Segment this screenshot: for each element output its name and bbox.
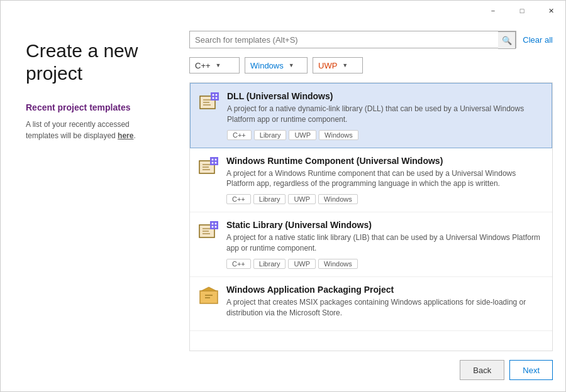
svg-point-14 <box>212 158 214 160</box>
template-desc-staticlib: A project for a native static link libra… <box>226 232 543 254</box>
template-content-wapp: Windows Application Packaging Project A … <box>226 285 543 324</box>
projecttype-filter[interactable]: UWP ▼ <box>313 57 363 74</box>
svg-point-17 <box>215 161 217 163</box>
svg-point-6 <box>216 94 218 96</box>
recent-templates-desc: A list of your recently accessed templat… <box>26 119 164 141</box>
svg-point-24 <box>215 223 217 225</box>
svg-point-7 <box>213 97 214 99</box>
svg-rect-21 <box>203 233 210 234</box>
bottom-bar: Back Next <box>189 351 553 380</box>
platform-filter-label: Windows <box>250 61 284 70</box>
projecttype-filter-arrow: ▼ <box>342 62 348 68</box>
minimize-button[interactable]: − <box>479 1 508 21</box>
platform-filter-arrow: ▼ <box>289 62 294 68</box>
language-filter-arrow: ▼ <box>216 62 221 68</box>
template-tags-wrc: C++ Library UWP Windows <box>226 194 543 204</box>
svg-rect-11 <box>203 166 209 168</box>
template-title-staticlib: Static Library (Universal Windows) <box>226 220 543 230</box>
recent-desc-end: . <box>133 131 135 140</box>
svg-rect-29 <box>205 295 213 296</box>
svg-point-5 <box>213 94 214 96</box>
tag-library-wrc: Library <box>253 194 286 204</box>
svg-rect-3 <box>203 104 211 106</box>
tag-uwp-sl: UWP <box>288 259 316 269</box>
recent-desc-text1: A list of your recently accessed templat… <box>26 120 130 140</box>
template-icon-wrc <box>199 157 219 177</box>
platform-filter[interactable]: Windows ▼ <box>245 57 308 74</box>
search-container: 🔍 <box>189 31 516 48</box>
template-content-staticlib: Static Library (Universal Windows) A pro… <box>226 220 543 269</box>
svg-marker-28 <box>201 287 216 291</box>
close-button[interactable]: ✕ <box>536 1 565 21</box>
template-tags-staticlib: C++ Library UWP Windows <box>226 259 543 269</box>
template-title-wrc: Windows Runtime Component (Universal Win… <box>226 156 543 166</box>
projecttype-filter-label: UWP <box>318 61 337 70</box>
svg-rect-20 <box>203 231 209 232</box>
page-title: Create a new project <box>26 40 164 85</box>
back-button[interactable]: Back <box>460 360 504 380</box>
template-content-wrc: Windows Runtime Component (Universal Win… <box>226 156 543 205</box>
search-row: 🔍 Clear all <box>189 31 553 48</box>
template-title-wapp: Windows Application Packaging Project <box>226 285 543 295</box>
template-icon-staticlib <box>199 221 219 241</box>
tag-cpp-sl: C++ <box>226 259 251 269</box>
template-desc-wrc: A project for a Windows Runtime componen… <box>226 168 543 190</box>
svg-point-23 <box>212 223 214 225</box>
language-filter-label: C++ <box>195 61 211 70</box>
svg-rect-4 <box>211 92 219 101</box>
search-input[interactable] <box>190 31 498 48</box>
svg-rect-12 <box>203 169 210 170</box>
template-title-dll: DLL (Universal Windows) <box>227 91 543 101</box>
template-item-wapp[interactable]: Windows Application Packaging Project A … <box>190 277 552 332</box>
template-desc-dll: A project for a native dynamic-link libr… <box>227 104 543 125</box>
search-icon: 🔍 <box>502 36 512 45</box>
recent-templates-label: Recent project templates <box>26 102 164 112</box>
clear-all-button[interactable]: Clear all <box>523 35 553 45</box>
svg-rect-2 <box>203 102 209 103</box>
tag-uwp-wrc: UWP <box>288 194 316 204</box>
tag-uwp: UWP <box>289 130 316 140</box>
template-item-staticlib[interactable]: Static Library (Universal Windows) A pro… <box>190 212 552 277</box>
tag-library-sl: Library <box>253 259 286 269</box>
tag-cpp: C++ <box>227 130 252 140</box>
svg-rect-1 <box>203 99 212 101</box>
template-desc-wapp: A project that creates MSIX packages con… <box>226 297 543 318</box>
tag-windows-sl: Windows <box>318 259 358 269</box>
svg-rect-30 <box>205 297 210 298</box>
recent-desc-here[interactable]: here <box>118 131 133 140</box>
svg-point-8 <box>216 97 218 99</box>
main-layout: Create a new project Recent project temp… <box>1 21 565 392</box>
svg-rect-13 <box>210 157 218 165</box>
template-tags-dll: C++ Library UWP Windows <box>227 130 543 140</box>
right-panel: 🔍 Clear all C++ ▼ Windows ▼ UWP ▼ <box>183 21 565 392</box>
next-button[interactable]: Next <box>509 360 553 380</box>
svg-point-26 <box>215 226 217 228</box>
svg-point-16 <box>212 161 214 163</box>
svg-point-25 <box>212 226 214 228</box>
svg-rect-22 <box>210 221 218 229</box>
tag-windows-wrc: Windows <box>318 194 358 204</box>
titlebar: − □ ✕ <box>1 1 565 21</box>
language-filter[interactable]: C++ ▼ <box>189 57 240 74</box>
maximize-button[interactable]: □ <box>508 1 536 21</box>
tag-library: Library <box>254 130 287 140</box>
tag-cpp-wrc: C++ <box>226 194 251 204</box>
svg-point-15 <box>215 158 217 160</box>
svg-rect-10 <box>203 164 211 165</box>
template-list: DLL (Universal Windows) A project for a … <box>189 82 553 351</box>
template-item-dll[interactable]: DLL (Universal Windows) A project for a … <box>190 83 552 148</box>
template-icon-wapp <box>199 286 219 306</box>
template-item-wrc[interactable]: Windows Runtime Component (Universal Win… <box>190 148 552 213</box>
search-button[interactable]: 🔍 <box>498 31 516 49</box>
filter-row: C++ ▼ Windows ▼ UWP ▼ <box>189 57 553 74</box>
template-content-dll: DLL (Universal Windows) A project for a … <box>227 91 543 140</box>
template-icon-dll <box>199 92 219 112</box>
tag-windows: Windows <box>319 130 358 140</box>
svg-rect-19 <box>203 228 211 229</box>
left-panel: Create a new project Recent project temp… <box>1 21 183 392</box>
